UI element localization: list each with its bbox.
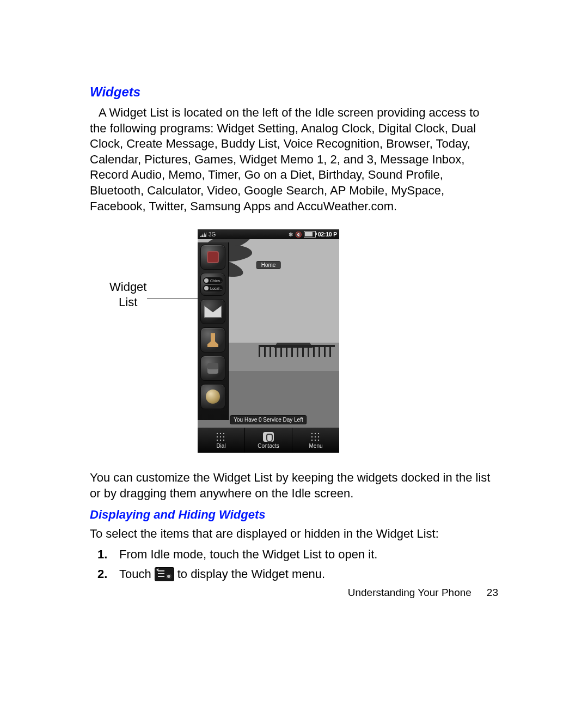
manual-page: Widgets A Widget List is located on the … xyxy=(0,0,588,712)
clock-city-1: Chica.. xyxy=(210,279,222,283)
widget-message-icon[interactable] xyxy=(200,299,225,324)
widget-browser-icon[interactable] xyxy=(200,384,225,409)
service-days-banner: You Have 0 Service Day Left xyxy=(230,415,307,424)
status-3g-icon: 3G xyxy=(209,232,216,238)
step-2-number: 2. xyxy=(90,565,119,583)
phone-screen: 3G ✽ 🔇 02:10 P xyxy=(198,229,339,453)
figure-widget-list: Widget List 3G ✽ 🔇 02:10 P xyxy=(90,229,498,458)
footer-section: Understanding Your Phone xyxy=(348,587,471,599)
bluetooth-icon: ✽ xyxy=(289,232,293,238)
home-page-label: Home xyxy=(256,261,281,269)
figure-caption-line2: List xyxy=(109,295,146,310)
widget-settings-icon[interactable] xyxy=(200,245,225,270)
figure-caption: Widget List xyxy=(109,279,146,309)
widget-buddy-icon[interactable] xyxy=(200,356,225,381)
step-1: 1. From Idle mode, touch the Widget List… xyxy=(90,545,498,564)
clock-city-2: Local .. xyxy=(210,287,223,290)
bottom-bar: Dial Contacts Menu xyxy=(198,428,339,453)
softkey-dial-label: Dial xyxy=(216,443,225,449)
footer-page-number: 23 xyxy=(487,587,498,599)
steps-list: 1. From Idle mode, touch the Widget List… xyxy=(90,545,498,583)
softkey-menu[interactable]: Menu xyxy=(292,428,339,453)
step-2-text-b: to display the Widget menu. xyxy=(177,565,325,583)
widget-dock: Chica.. Local .. xyxy=(198,242,229,420)
softkey-contacts[interactable]: Contacts xyxy=(245,428,292,453)
paragraph-widget-intro: A Widget List is located on the left of … xyxy=(90,105,498,214)
widget-voice-icon[interactable] xyxy=(200,327,225,352)
paragraph-customize: You can customize the Widget List by kee… xyxy=(90,470,498,501)
softkey-menu-label: Menu xyxy=(309,443,322,449)
menu-icon xyxy=(310,432,321,442)
battery-icon xyxy=(304,231,316,238)
step-2: 2. Touch to display the Widget menu. xyxy=(90,565,498,583)
widget-dual-clock-icon[interactable]: Chica.. Local .. xyxy=(200,273,225,296)
signal-icon xyxy=(200,232,206,237)
widget-menu-icon xyxy=(155,567,174,581)
heading-widgets: Widgets xyxy=(90,84,498,100)
status-left: 3G xyxy=(200,232,216,238)
step-2-text-a: Touch xyxy=(119,565,151,583)
heading-display-hide: Displaying and Hiding Widgets xyxy=(90,508,498,522)
status-time: 02:10 P xyxy=(318,232,337,238)
softkey-contacts-label: Contacts xyxy=(258,443,279,449)
figure-caption-line1: Widget xyxy=(109,279,146,295)
step-1-number: 1. xyxy=(90,545,119,564)
figure-leader-line xyxy=(147,298,198,299)
status-bar: 3G ✽ 🔇 02:10 P xyxy=(198,229,339,239)
phone-screenshot: 3G ✽ 🔇 02:10 P xyxy=(198,229,339,453)
mute-icon: 🔇 xyxy=(295,232,302,238)
contacts-icon xyxy=(263,432,274,442)
paragraph-select-intro: To select the items that are displayed o… xyxy=(90,526,498,542)
page-footer: Understanding Your Phone 23 xyxy=(348,587,498,599)
step-1-text: From Idle mode, touch the Widget List to… xyxy=(119,545,377,564)
dial-icon xyxy=(216,432,226,442)
status-right: ✽ 🔇 02:10 P xyxy=(289,231,337,238)
pier xyxy=(259,337,335,359)
softkey-dial[interactable]: Dial xyxy=(198,428,245,453)
